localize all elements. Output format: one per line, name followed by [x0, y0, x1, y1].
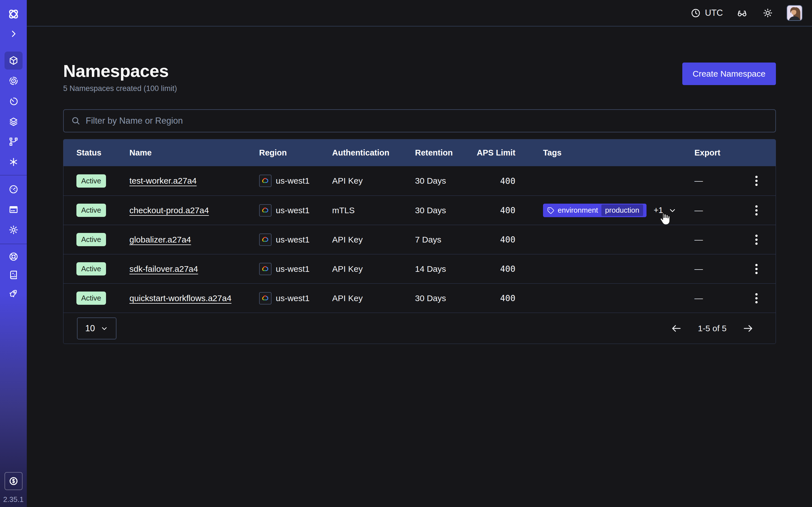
layers-deployments-icon [8, 117, 18, 127]
table-footer: 10 1-5 of 5 [63, 313, 776, 344]
dollar-badge-icon [8, 476, 18, 486]
tags-expand-chevron-icon[interactable] [668, 206, 677, 215]
labs-toggle-button[interactable] [735, 6, 749, 20]
export-value: — [695, 293, 737, 303]
auth-value: API Key [332, 235, 415, 244]
pagination-range: 1-5 of 5 [698, 324, 726, 333]
retention-value: 14 Days [415, 264, 468, 274]
column-header-region: Region [259, 148, 332, 158]
status-badge: Active [77, 174, 106, 187]
region-label: us-west1 [276, 264, 310, 274]
sidebar-item-billing[interactable] [4, 201, 22, 219]
sidebar-item-batch-operations[interactable] [4, 153, 22, 171]
sidebar-item-deployments[interactable] [4, 113, 22, 131]
filter-container [63, 109, 776, 132]
arrow-left-icon [671, 323, 682, 334]
topbar: UTC [27, 0, 812, 26]
namespaces-table: Status Name Region Authentication Retent… [63, 139, 776, 344]
rocket-getting-started-icon [8, 288, 18, 298]
sidebar-item-namespaces[interactable] [4, 52, 22, 69]
column-header-tags: Tags [543, 148, 695, 158]
row-menu-kebab-icon[interactable] [753, 203, 760, 218]
namespace-link[interactable]: sdk-failover.a27a4 [130, 264, 259, 274]
version-label: 2.35.1 [0, 495, 27, 504]
column-header-aps-limit: APS Limit [477, 148, 515, 158]
retention-value: 30 Days [415, 176, 468, 186]
row-menu-kebab-icon[interactable] [753, 173, 760, 189]
aps-limit-value: 400 [500, 293, 515, 303]
row-menu-kebab-icon[interactable] [753, 261, 760, 277]
sidebar: 2.35.1 [0, 0, 27, 507]
retention-value: 30 Days [415, 206, 468, 215]
column-header-export: Export [695, 148, 737, 158]
region-label: us-west1 [276, 235, 310, 244]
branch-nexus-icon [8, 136, 18, 147]
sidebar-item-monitoring[interactable] [4, 72, 22, 90]
gcp-cloud-icon [259, 175, 271, 187]
gcp-cloud-icon [259, 263, 271, 275]
column-header-name: Name [130, 148, 259, 158]
tags-more-count: +1 [654, 206, 663, 215]
temporal-logo-icon[interactable] [4, 5, 22, 23]
clock-icon [691, 8, 701, 18]
sidebar-divider [0, 175, 27, 175]
auth-value: API Key [332, 293, 415, 303]
timezone-label: UTC [705, 8, 723, 18]
gcp-cloud-icon [259, 292, 271, 304]
glasses-icon [737, 7, 748, 18]
arrow-right-icon [742, 323, 754, 334]
row-menu-kebab-icon[interactable] [753, 290, 760, 306]
avatar-image [787, 6, 802, 20]
theme-toggle-button[interactable] [761, 6, 774, 19]
table-row: Active globalizer.a27a4 us-west1 API Key… [63, 225, 776, 254]
filter-input[interactable] [86, 116, 768, 126]
sidebar-item-getting-started[interactable] [4, 284, 22, 302]
table-row: Active sdk-failover.a27a4 us-west1 API K… [63, 254, 776, 283]
sidebar-item-support[interactable] [4, 247, 22, 266]
search-icon [71, 116, 81, 126]
sidebar-item-usage[interactable] [4, 180, 22, 198]
status-badge: Active [77, 291, 106, 305]
gear-settings-icon [8, 225, 18, 235]
page-size-value: 10 [85, 323, 95, 334]
namespace-link[interactable]: checkout-prod.a27a4 [130, 206, 259, 215]
page-size-select[interactable]: 10 [77, 318, 116, 339]
retention-value: 7 Days [415, 235, 468, 244]
page-subtitle: 5 Namespaces created (100 limit) [63, 84, 776, 93]
credits-button[interactable] [4, 472, 22, 490]
cube-namespaces-icon [8, 55, 18, 66]
create-namespace-button[interactable]: Create Namespace [682, 62, 776, 85]
tag-chip[interactable]: environment production [543, 204, 647, 217]
book-docs-icon [8, 270, 18, 280]
sidebar-item-docs[interactable] [4, 266, 22, 284]
sidebar-item-settings[interactable] [4, 221, 22, 239]
namespace-link[interactable]: test-worker.a27a4 [130, 176, 259, 186]
region-label: us-west1 [276, 176, 310, 186]
next-page-button[interactable] [741, 322, 755, 335]
sidebar-item-nexus[interactable] [4, 133, 22, 151]
aps-limit-value: 400 [500, 235, 515, 244]
namespace-link[interactable]: globalizer.a27a4 [130, 235, 259, 244]
asterisk-batch-icon [8, 157, 18, 167]
sidebar-expand-chevron-right-icon[interactable] [4, 25, 22, 43]
column-header-authentication: Authentication [332, 148, 415, 158]
lifebuoy-support-icon [8, 251, 18, 262]
tag-key: environment [558, 206, 598, 215]
table-row: Active checkout-prod.a27a4 us-west1 mTLS… [63, 195, 776, 225]
namespace-link[interactable]: quickstart-workflows.a27a4 [130, 293, 259, 303]
gauge-usage-icon [8, 184, 18, 194]
timezone-selector[interactable]: UTC [691, 8, 723, 18]
row-menu-kebab-icon[interactable] [753, 232, 760, 247]
auth-value: mTLS [332, 206, 415, 215]
region-label: us-west1 [276, 293, 310, 303]
main-content: Namespaces 5 Namespaces created (100 lim… [27, 27, 812, 507]
table-row: Active quickstart-workflows.a27a4 us-wes… [63, 283, 776, 313]
aps-limit-value: 400 [500, 264, 515, 274]
target-monitoring-icon [8, 76, 18, 86]
export-value: — [695, 235, 737, 244]
tag-icon [547, 207, 554, 214]
sidebar-item-schedules[interactable] [4, 93, 22, 110]
status-badge: Active [77, 262, 106, 276]
previous-page-button[interactable] [670, 322, 683, 335]
user-avatar[interactable] [786, 5, 802, 21]
